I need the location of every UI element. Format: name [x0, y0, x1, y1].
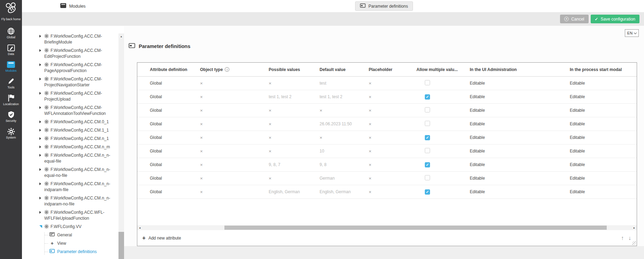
tree-item-label: F.WorkflowConfig.ACC.CM.1_1	[51, 128, 109, 133]
tree-expander-icon[interactable]	[39, 91, 44, 95]
parameter-definitions-tab[interactable]: Parameter definitions	[355, 1, 413, 11]
language-dropdown[interactable]: EN	[625, 29, 639, 37]
app-sidebar: Fly back home Global Data	[0, 0, 22, 259]
resize-handle[interactable]	[632, 241, 636, 245]
table-row[interactable]: Global × × 10 × Editable Editable	[137, 144, 637, 158]
tree-expander-icon[interactable]	[39, 48, 44, 52]
allow-multiple-checkbox[interactable]	[425, 135, 430, 140]
cell-possible-values: ×	[269, 149, 320, 154]
table-row[interactable]: Global × × × × Editable Editable	[137, 131, 637, 144]
tree-item-general[interactable]: General	[45, 232, 124, 238]
cell-possible-values: test 1, test 2	[269, 94, 320, 99]
tree-expander-icon[interactable]	[39, 119, 44, 123]
tree-item[interactable]: F.WorkflowConfig.ACC.CM.0_1	[39, 119, 119, 125]
sidebar-item-global[interactable]: Global	[0, 27, 22, 39]
card-icon	[49, 249, 55, 255]
save-configuration-button[interactable]: ✓ Save configuration	[591, 15, 639, 23]
table-row[interactable]: Global × × 26.06.2023 11:50 × Editable E…	[137, 117, 637, 131]
tree-expander-icon[interactable]	[39, 181, 44, 185]
cell-placeholder: ×	[369, 81, 416, 86]
horizontal-scrollbar-thumb[interactable]	[224, 226, 607, 230]
table-row[interactable]: Global × × × × Editable Editable	[137, 104, 637, 117]
allow-multiple-checkbox[interactable]	[425, 121, 430, 126]
scroll-up-arrow[interactable]	[118, 34, 124, 38]
add-new-attribute-button[interactable]: + Add new attribute	[142, 235, 181, 241]
cell-default-value: test 1, test 2	[320, 94, 369, 99]
tree-expander-icon[interactable]	[39, 76, 44, 80]
tree-item-view[interactable]: + View	[45, 241, 124, 246]
tree-item[interactable]: F.WorkflowConfig.ACC.CM.n_n-equal-file	[39, 152, 119, 164]
tree-expander-icon[interactable]	[39, 136, 44, 140]
gear-icon	[44, 77, 49, 81]
language-value: EN	[627, 31, 632, 35]
sidebar-item-label: Security	[0, 119, 22, 123]
tree-item[interactable]: F.WorkflowConfig.ACC.CM-ProjectNavigatio…	[39, 76, 119, 88]
tree-item[interactable]: F.WorkflowConfig.ACC.CM-ProjectUpload	[39, 91, 119, 102]
table-row[interactable]: Global × test 1, test 2 test 1, test 2 ×…	[137, 90, 637, 104]
tree-expander-icon[interactable]	[39, 210, 44, 214]
tree-scrollbar-thumb[interactable]	[118, 232, 124, 259]
cell-ui-administration: Editable	[470, 189, 570, 194]
sidebar-item-data[interactable]: Data	[0, 44, 22, 56]
tree-item[interactable]: F.WFLConfig.VV	[39, 224, 119, 230]
sidebar-item-system[interactable]: System	[0, 127, 22, 140]
tree-item[interactable]: F.WorkflowConfig.ACC.CM.n_n-indparam-fil…	[39, 181, 119, 193]
cell-possible-values: English, German	[269, 189, 320, 194]
tree-item[interactable]: F.WorkflowConfig.ACC.CM-BriefingModule	[39, 33, 119, 45]
tree-item-parameter-definitions[interactable]: Parameter definitions	[45, 249, 124, 255]
table-row[interactable]: Global × English, German English, German…	[137, 185, 637, 199]
tree-item[interactable]: F.WorkflowConfig.ACC.CM.n_n-equal-no-fil…	[39, 167, 119, 179]
tree-item[interactable]: F.WorkflowConfig.ACC.CM-EditProjectFunct…	[39, 48, 119, 60]
cancel-button[interactable]: ✕ Cancel	[560, 15, 588, 23]
sidebar-item-home[interactable]: Fly back home	[1, 2, 21, 21]
tree-expander-icon[interactable]	[39, 224, 44, 228]
sidebar-item-localization[interactable]: Localization	[0, 94, 22, 106]
move-down-button[interactable]: ↓	[628, 235, 631, 241]
gear-icon	[44, 144, 49, 149]
allow-multiple-checkbox[interactable]	[425, 107, 430, 112]
tree-item-label: F.WorkflowConfig.ACC.CM.n_n-indparam-fil…	[44, 181, 110, 192]
cell-process-start-modal: Editable	[570, 81, 633, 86]
allow-multiple-checkbox[interactable]	[425, 148, 430, 153]
cell-ui-administration: Editable	[470, 108, 570, 113]
sidebar-item-tools[interactable]: Tools	[0, 77, 22, 89]
cell-process-start-modal: Editable	[570, 176, 633, 181]
tree-item[interactable]: F.WorkflowConfig.ACC.CM.1_1	[39, 127, 119, 133]
tree-item[interactable]: F.WorkflowConfig.ACC.CM.n_1	[39, 136, 119, 142]
table-row[interactable]: Global × × German × Editable Editable	[137, 172, 637, 185]
tree-item[interactable]: F.WorkflowConfig.ACC.CM-PageApprovalFunc…	[39, 62, 119, 74]
tree-expander-icon[interactable]	[39, 144, 44, 148]
allow-multiple-checkbox[interactable]	[425, 94, 430, 100]
tree-expander-icon[interactable]	[39, 33, 44, 38]
scroll-left-arrow[interactable]	[138, 225, 142, 230]
table-row[interactable]: Global × 9, 8, 7 9, 8 × Editable Editabl…	[137, 158, 637, 172]
scroll-right-arrow[interactable]	[632, 225, 636, 230]
tree-item[interactable]: F.WorkflowConfig.ACC.CM.n_n-indparam-no-…	[39, 195, 119, 207]
info-icon[interactable]: i	[225, 67, 229, 72]
sidebar-item-modules[interactable]: Modules	[0, 60, 22, 73]
move-up-button[interactable]: ↑	[621, 235, 624, 241]
tree-expander-icon[interactable]	[39, 127, 44, 132]
parameter-table: Attribute definition Object type i Possi…	[137, 62, 637, 246]
tree-expander-icon[interactable]	[39, 152, 44, 157]
chevron-down-icon	[634, 31, 637, 34]
allow-multiple-checkbox[interactable]	[425, 189, 430, 195]
card-icon	[49, 232, 55, 238]
gear-icon	[44, 196, 49, 200]
tree-expander-icon[interactable]	[39, 105, 44, 109]
sidebar-item-security[interactable]: Security	[0, 110, 22, 123]
cell-placeholder: ×	[369, 94, 416, 100]
cell-process-start-modal: Editable	[570, 108, 633, 113]
allow-multiple-checkbox[interactable]	[425, 80, 430, 85]
tree-item[interactable]: F.WorkflowConfig.ACC.CM-WFLAnnotationToo…	[39, 105, 119, 117]
tree-expander-icon[interactable]	[39, 167, 44, 171]
tree-item[interactable]: F.WorkflowConfig.ACC.WFL-WFLFileUploadFu…	[39, 210, 119, 221]
gear-icon	[44, 62, 49, 67]
tree-expander-icon[interactable]	[39, 62, 44, 66]
tree-expander-icon[interactable]	[39, 195, 44, 199]
tree-item[interactable]: F.WorkflowConfig.ACC.CM.n_m	[39, 144, 119, 150]
table-row[interactable]: Global × × test × Editable Editable	[137, 77, 637, 90]
allow-multiple-checkbox[interactable]	[425, 175, 430, 180]
allow-multiple-checkbox[interactable]	[425, 162, 430, 167]
cell-placeholder: ×	[369, 149, 416, 154]
